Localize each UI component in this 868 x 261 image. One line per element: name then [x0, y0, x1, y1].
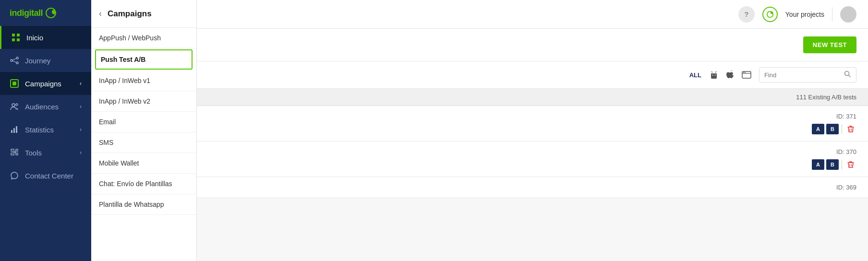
grid-icon [11, 33, 21, 42]
svg-line-7 [12, 59, 16, 60]
search-box [759, 67, 856, 83]
svg-point-23 [745, 72, 746, 73]
help-button[interactable]: ? [738, 6, 755, 23]
delete-button-1[interactable] [845, 159, 856, 170]
submenu-item-email[interactable]: Email [91, 112, 196, 132]
submenu-item-sms[interactable]: SMS [91, 132, 196, 153]
sidebar-item-inicio-label: Inicio [26, 34, 43, 42]
topbar-project-label[interactable]: Your projects [785, 11, 824, 18]
submenu-item-mobile-wallet-label: Mobile Wallet [99, 159, 139, 167]
action-b-button-1[interactable]: B [826, 159, 839, 170]
action-divider-1 [842, 160, 842, 169]
submenu-item-chat[interactable]: Chat: Envío de Plantillas [91, 174, 196, 194]
submenu-title: Campaigns [108, 9, 152, 19]
delete-button-0[interactable] [845, 124, 856, 134]
bar-icon [10, 125, 19, 134]
submenu-back-button[interactable]: ‹ [99, 9, 102, 19]
svg-rect-2 [12, 38, 15, 41]
filter-all-label[interactable]: ALL [689, 71, 701, 79]
sidebar-item-journey-label: Journey [25, 57, 50, 65]
list-row-id-0: ID: 371 [836, 113, 856, 120]
svg-line-8 [12, 61, 16, 63]
filter-row: ALL [197, 61, 868, 89]
submenu-items: AppPush / WebPush Push Test A/B InApp / … [91, 28, 196, 215]
sidebar-item-tools[interactable]: Tools › [0, 141, 91, 164]
sidebar: indigitall Inicio [0, 0, 91, 261]
sidebar-item-statistics[interactable]: Statistics › [0, 118, 91, 141]
svg-rect-3 [17, 38, 20, 41]
submenu-item-chat-label: Chat: Envío de Plantillas [99, 180, 172, 188]
sidebar-item-contact-center[interactable]: Contact Center [0, 164, 91, 187]
topbar-logo [762, 7, 778, 22]
statistics-chevron: › [80, 126, 82, 133]
sidebar-item-inicio[interactable]: Inicio [0, 26, 91, 49]
svg-point-6 [16, 62, 18, 64]
submenu-header: ‹ Campaigns [91, 0, 196, 28]
filter-android-icon[interactable] [707, 68, 721, 82]
svg-line-25 [849, 75, 851, 77]
submenu-item-push-ab[interactable]: Push Test A/B [95, 49, 193, 70]
action-b-button-0[interactable]: B [826, 124, 839, 134]
svg-point-4 [11, 59, 12, 61]
submenu-panel: ‹ Campaigns AppPush / WebPush Push Test … [91, 0, 197, 261]
list-row-id-2: ID: 369 [836, 184, 856, 191]
list-row-actions-0: A B [812, 124, 856, 134]
list-row: ID: 370 A B [197, 142, 868, 177]
topbar-avatar[interactable] [840, 6, 856, 23]
svg-rect-15 [16, 126, 17, 133]
logo-icon [46, 8, 56, 18]
action-a-button-0[interactable]: A [812, 124, 824, 134]
audiences-chevron: › [80, 103, 82, 110]
list-row: ID: 369 [197, 177, 868, 198]
submenu-item-apppush[interactable]: AppPush / WebPush [91, 28, 196, 48]
topbar: ? Your projects [197, 0, 868, 29]
action-divider-0 [842, 124, 842, 134]
action-a-button-1[interactable]: A [812, 159, 824, 170]
svg-rect-1 [17, 34, 20, 36]
puzzle-icon [10, 148, 19, 157]
filter-icons [707, 68, 753, 82]
submenu-item-email-label: Email [99, 118, 116, 126]
topbar-divider [832, 7, 832, 22]
campaigns-chevron: ‹ [80, 80, 82, 87]
filter-browser-icon[interactable] [740, 68, 753, 82]
logo-text: indigitall [10, 8, 43, 18]
submenu-item-whatsapp[interactable]: Plantilla de Whatsapp [91, 194, 196, 215]
filter-apple-icon[interactable] [723, 68, 737, 82]
nodes-icon [10, 56, 19, 65]
svg-point-22 [743, 72, 744, 73]
submenu-item-push-ab-label: Push Test A/B [101, 56, 145, 63]
content-area: NEW TEST ALL [197, 29, 868, 261]
submenu-item-sms-label: SMS [99, 139, 113, 146]
submenu-item-apppush-label: AppPush / WebPush [99, 34, 161, 42]
stats-row: 111 Existing A/B tests [197, 89, 868, 106]
svg-point-5 [16, 57, 18, 59]
list-row: ID: 371 A B [197, 106, 868, 142]
search-input[interactable] [764, 71, 841, 79]
stats-text: 111 Existing A/B tests [796, 94, 856, 101]
svg-point-12 [16, 104, 18, 106]
main-content: ? Your projects NEW TEST ALL [197, 0, 868, 261]
sidebar-item-campaigns[interactable]: Campaigns ‹ [0, 72, 91, 95]
svg-point-24 [845, 71, 849, 76]
submenu-item-inapp-v2[interactable]: InApp / InWeb v2 [91, 91, 196, 112]
submenu-item-whatsapp-label: Plantilla de Whatsapp [99, 201, 164, 208]
svg-rect-0 [12, 34, 15, 36]
search-icon[interactable] [844, 71, 851, 79]
sidebar-item-audiences[interactable]: Audiences › [0, 95, 91, 118]
sidebar-item-contact-center-label: Contact Center [25, 172, 73, 180]
sidebar-item-audiences-label: Audiences [25, 103, 59, 111]
sidebar-nav: Inicio Journey [0, 26, 91, 261]
list-row-id-1: ID: 370 [836, 148, 856, 155]
tools-chevron: › [80, 149, 82, 156]
chat-icon [10, 171, 19, 180]
sidebar-item-statistics-label: Statistics [25, 126, 54, 134]
content-header: NEW TEST [197, 29, 868, 61]
list-row-actions-1: A B [812, 159, 856, 170]
sidebar-item-journey[interactable]: Journey [0, 49, 91, 72]
submenu-item-inapp-v1[interactable]: InApp / InWeb v1 [91, 71, 196, 91]
submenu-item-mobile-wallet[interactable]: Mobile Wallet [91, 153, 196, 174]
submenu-item-inapp-v1-label: InApp / InWeb v1 [99, 77, 150, 84]
new-test-button[interactable]: NEW TEST [803, 36, 856, 53]
svg-rect-14 [13, 128, 15, 133]
